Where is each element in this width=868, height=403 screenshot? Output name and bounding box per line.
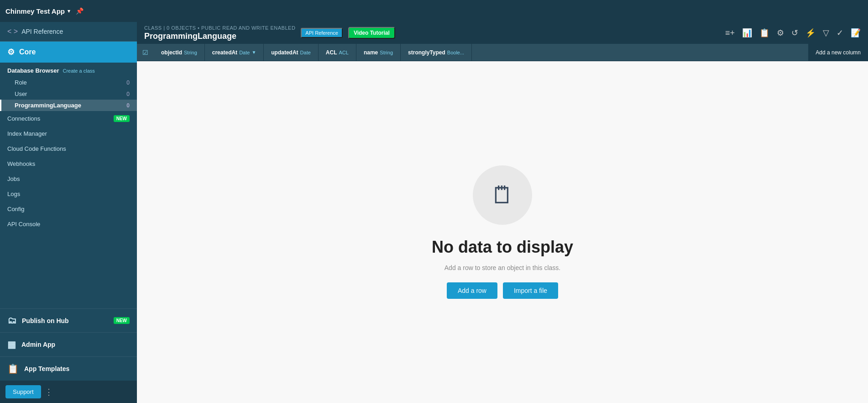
connections-label: Connections [7,115,40,122]
sidebar-item-core[interactable]: ⚙ Core [0,42,137,63]
content-header: CLASS | 0 OBJECTS • PUBLIC READ AND WRIT… [137,22,868,44]
content-area: CLASS | 0 OBJECTS • PUBLIC READ AND WRIT… [137,22,868,403]
no-data-title: No data to display [432,238,573,257]
core-label: Core [19,48,36,56]
col-strongly-typed[interactable]: stronglyTyped Boole... [401,44,472,61]
cloud-code-label: Cloud Code Functions [7,145,66,152]
col-updated-at[interactable]: updatedAt Date [264,44,319,61]
support-button[interactable]: Support [5,385,41,398]
no-data-subtitle: Add a row to store an object in this cla… [444,264,560,271]
config-label: Config [7,206,25,212]
edit-icon[interactable]: 📝 [851,28,861,38]
publish-hub-icon: 🗂 [7,315,16,326]
app-title-text: Chinmey Test App [5,7,65,15]
db-item-role-count: 0 [126,80,130,86]
sidebar-item-publish-hub[interactable]: 🗂 Publish on Hub NEW [0,308,137,332]
lightning-icon[interactable]: ⚡ [805,28,816,38]
sidebar-item-jobs[interactable]: Jobs [0,171,137,186]
app-templates-icon: 📋 [7,363,19,374]
import-file-button[interactable]: Import a file [503,282,558,299]
sidebar-item-logs[interactable]: Logs [0,186,137,202]
col-acl[interactable]: ACL ACL [319,44,356,61]
filter-icon[interactable]: ▽ [823,28,829,38]
publish-hub-label: Publish on Hub [22,317,69,324]
settings-icon[interactable]: ⚙ [777,28,784,38]
db-item-user[interactable]: User 0 [0,88,137,100]
app-chevron-icon: ▾ [68,8,70,14]
sidebar-item-config[interactable]: Config [0,202,137,217]
add-column-button[interactable]: Add a new column [808,44,868,61]
sidebar-item-webhooks[interactable]: Webhooks [0,156,137,171]
columns-bar: ☑ objectId String createdAt Date ▼ updat… [137,44,868,61]
db-item-programming-language[interactable]: ProgrammingLanguage 0 [0,100,137,111]
main-content: 🗒 No data to display Add a row to store … [137,61,868,403]
action-buttons: Add a row Import a file [447,282,558,299]
sidebar-item-cloud-code[interactable]: Cloud Code Functions [0,141,137,156]
sidebar: < > API Reference ⚙ Core Database Browse… [0,22,137,403]
api-reference-label: API Reference [21,28,63,35]
database-browser-label: Database Browser [7,67,59,74]
jobs-label: Jobs [7,175,20,182]
class-name: ProgrammingLanguage [144,32,295,41]
sort-icon: ▼ [251,50,256,55]
sidebar-item-index-manager[interactable]: Index Manager [0,126,137,141]
db-item-user-label: User [15,90,27,97]
db-item-role[interactable]: Role 0 [0,77,137,88]
sidebar-item-app-templates[interactable]: 📋 App Templates [0,356,137,381]
publish-hub-new-badge: NEW [114,317,130,324]
add-row-button[interactable]: Add a row [447,282,497,299]
top-header: Chinmey Test App ▾ 📌 [0,0,868,22]
create-class-link[interactable]: Create a class [63,68,94,74]
header-actions: ≡+ 📊 📋 ⚙ ↺ ⚡ ▽ ✓ 📝 [725,28,861,38]
core-icon: ⚙ [7,47,15,57]
api-ref-arrows-icon: < > [7,27,18,36]
empty-doc-icon: 🗒 [491,181,514,209]
sidebar-item-api-reference[interactable]: < > API Reference [0,22,137,42]
class-info: CLASS | 0 OBJECTS • PUBLIC READ AND WRIT… [144,25,295,31]
sidebar-item-connections[interactable]: Connections NEW [0,111,137,126]
db-item-user-count: 0 [126,91,130,97]
more-options-icon[interactable]: ⋮ [45,387,53,397]
db-item-pl-count: 0 [126,102,130,109]
admin-app-label: Admin App [21,341,55,348]
main-layout: < > API Reference ⚙ Core Database Browse… [0,22,868,403]
database-browser-header: Database Browser Create a class [0,63,137,77]
pin-icon: 📌 [76,7,84,15]
video-tutorial-button[interactable]: Video Tutorial [348,27,395,39]
chart-icon[interactable]: 📊 [742,28,752,38]
support-bar: Support ⋮ [0,381,137,403]
subtitle-text: Add a row to store an object in this cla… [444,264,560,271]
api-console-label: API Console [7,221,40,228]
select-all-checkbox[interactable]: ☑ [137,49,154,56]
col-object-id[interactable]: objectId String [154,44,205,61]
app-title[interactable]: Chinmey Test App ▾ [5,7,70,15]
sidebar-item-admin-app[interactable]: ▦ Admin App [0,332,137,356]
empty-state-icon-circle: 🗒 [473,165,532,225]
admin-app-icon: ▦ [7,339,16,350]
sidebar-item-api-console[interactable]: API Console [0,217,137,232]
shield-icon[interactable]: ✓ [837,28,843,38]
db-item-pl-label: ProgrammingLanguage [15,102,81,109]
app-templates-label: App Templates [24,365,69,372]
rows-icon[interactable]: ≡+ [725,28,735,38]
api-reference-button[interactable]: API Reference [301,28,343,38]
refresh-icon[interactable]: ↺ [791,28,798,38]
webhooks-label: Webhooks [7,160,35,167]
index-manager-label: Index Manager [7,130,47,137]
logs-label: Logs [7,191,20,197]
connections-new-badge: NEW [114,115,130,122]
export-icon[interactable]: 📋 [759,28,769,38]
col-created-at[interactable]: createdAt Date ▼ [205,44,264,61]
db-item-role-label: Role [15,79,27,86]
col-name[interactable]: name String [356,44,401,61]
